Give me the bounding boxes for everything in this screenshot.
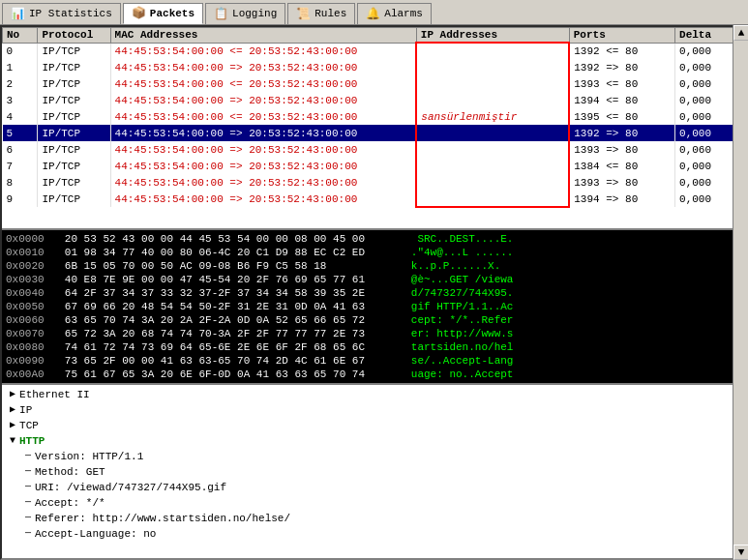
hex-ascii: ."4w@...L ...... <box>411 246 514 259</box>
proto-tree-item[interactable]: ▼HTTP <box>6 433 742 449</box>
proto-expander[interactable]: ─ <box>25 495 31 511</box>
tab-logging[interactable]: 📋 Logging <box>205 3 285 24</box>
cell-ip <box>416 43 569 59</box>
hex-ascii: gif HTTP/1.1..Ac <box>411 300 514 313</box>
ip-statistics-icon: 📊 <box>11 7 25 21</box>
cell-protocol: IP/TCP <box>38 92 110 108</box>
hex-line: 0x0060 63 65 70 74 3A 20 2A 2F-2A 0D 0A … <box>6 313 742 327</box>
cell-ports: 1393 => 80 <box>569 174 674 191</box>
proto-expander[interactable]: ▶ <box>10 402 15 418</box>
proto-tree-item[interactable]: ▶Ethernet II <box>6 387 742 402</box>
proto-tree-item[interactable]: ▶IP <box>6 402 742 418</box>
table-row[interactable]: 3IP/TCP44:45:53:54:00:00 => 20:53:52:43:… <box>3 92 746 108</box>
table-row[interactable]: 4IP/TCP44:45:53:54:00:00 <= 20:53:52:43:… <box>3 108 746 125</box>
hex-ascii: tartsiden.no/hel <box>411 340 514 354</box>
cell-ip: sansürlenmiştir <box>416 108 569 125</box>
table-row[interactable]: 0IP/TCP44:45:53:54:00:00 <= 20:53:52:43:… <box>3 43 746 59</box>
tab-ip-statistics[interactable]: 📊 IP Statistics <box>2 3 121 24</box>
proto-expander[interactable]: ─ <box>25 449 31 464</box>
tab-rules-label: Rules <box>314 8 346 19</box>
protocol-tree-area: ▶Ethernet II▶IP▶TCP▼HTTP─Version: HTTP/1… <box>2 385 746 558</box>
proto-expander[interactable]: ─ <box>25 526 31 542</box>
col-ports: Ports <box>569 28 674 44</box>
table-row[interactable]: 5IP/TCP44:45:53:54:00:00 => 20:53:52:43:… <box>3 125 746 141</box>
cell-ports: 1394 => 80 <box>569 191 674 207</box>
proto-expander[interactable]: ▶ <box>10 418 15 433</box>
proto-label: URI: /viewad/747327/744X95.gif <box>35 480 226 495</box>
cell-protocol: IP/TCP <box>38 174 110 191</box>
proto-label: Referer: http://www.startsiden.no/helse/ <box>35 511 290 526</box>
proto-tree-item[interactable]: ─Accept: */* <box>6 495 742 511</box>
packet-table-area: No Protocol MAC Addresses IP Addresses P… <box>2 27 746 230</box>
proto-tree-item[interactable]: ─Method: GET <box>6 464 742 480</box>
alarms-icon: 🔔 <box>366 7 380 21</box>
table-row[interactable]: 9IP/TCP44:45:53:54:00:00 => 20:53:52:43:… <box>3 191 746 207</box>
proto-tree-item[interactable]: ─Version: HTTP/1.1 <box>6 449 742 464</box>
proto-tree-item[interactable]: ▶TCP <box>6 418 742 433</box>
cell-mac: 44:45:53:54:00:00 => 20:53:52:43:00:00 <box>110 92 416 108</box>
cell-ip <box>416 174 569 191</box>
proto-label: Version: HTTP/1.1 <box>35 449 143 464</box>
cell-ports: 1392 <= 80 <box>569 43 674 59</box>
table-row[interactable]: 6IP/TCP44:45:53:54:00:00 => 20:53:52:43:… <box>3 141 746 158</box>
hex-offset: 0x0060 <box>6 313 57 327</box>
table-row[interactable]: 8IP/TCP44:45:53:54:00:00 => 20:53:52:43:… <box>3 174 746 191</box>
cell-mac: 44:45:53:54:00:00 => 20:53:52:43:00:00 <box>110 174 416 191</box>
cell-no: 7 <box>3 158 38 174</box>
cell-no: 5 <box>3 125 38 141</box>
cell-ip <box>416 141 569 158</box>
cell-ip <box>416 191 569 207</box>
proto-tree-item[interactable]: ─Referer: http://www.startsiden.no/helse… <box>6 511 742 526</box>
scrollbar[interactable]: ▲ ▼ <box>733 25 748 560</box>
cell-no: 0 <box>3 43 38 59</box>
cell-no: 9 <box>3 191 38 207</box>
cell-protocol: IP/TCP <box>38 141 110 158</box>
hex-ascii: SRC..DEST....E. <box>411 232 514 246</box>
proto-label: IP <box>19 402 32 418</box>
cell-mac: 44:45:53:54:00:00 => 20:53:52:43:00:00 <box>110 141 416 158</box>
table-row[interactable]: 2IP/TCP44:45:53:54:00:00 <= 20:53:52:43:… <box>3 75 746 92</box>
cell-ports: 1395 <= 80 <box>569 108 674 125</box>
cell-mac: 44:45:53:54:00:00 => 20:53:52:43:00:00 <box>110 191 416 207</box>
hex-offset: 0x0020 <box>6 259 57 273</box>
proto-expander[interactable]: ─ <box>25 511 31 526</box>
app-window: 📊 IP Statistics 📦 Packets 📋 Logging 📜 Ru… <box>0 0 748 560</box>
hex-line: 0x0040 64 2F 37 34 37 33 32 37-2F 37 34 … <box>6 286 742 300</box>
proto-expander[interactable]: ─ <box>25 464 31 480</box>
cell-ports: 1384 <= 80 <box>569 158 674 174</box>
hex-offset: 0x0070 <box>6 327 57 340</box>
tab-packets-label: Packets <box>150 8 194 19</box>
proto-expander[interactable]: ▶ <box>10 387 15 402</box>
table-row[interactable]: 7IP/TCP44:45:53:54:00:00 => 20:53:52:43:… <box>3 158 746 174</box>
proto-tree-item[interactable]: ─URI: /viewad/747327/744X95.gif <box>6 480 742 495</box>
proto-expander[interactable]: ─ <box>25 480 31 495</box>
proto-tree-item[interactable]: ─Accept-Language: no <box>6 526 742 542</box>
hex-bytes: 67 69 66 20 48 54 54 50-2F 31 2E 31 0D 0… <box>65 300 404 313</box>
hex-bytes: 75 61 67 65 3A 20 6E 6F-0D 0A 41 63 63 6… <box>65 368 404 381</box>
hex-ascii: er: http://www.s <box>411 327 514 340</box>
proto-expander[interactable]: ▼ <box>10 433 15 449</box>
tab-rules[interactable]: 📜 Rules <box>287 3 355 24</box>
scroll-up-button[interactable]: ▲ <box>733 25 748 41</box>
cell-no: 2 <box>3 75 38 92</box>
hex-dump-area: 0x0000 20 53 52 43 00 00 44 45 53 54 00 … <box>2 230 746 385</box>
table-row[interactable]: 1IP/TCP44:45:53:54:00:00 => 20:53:52:43:… <box>3 59 746 75</box>
cell-mac: 44:45:53:54:00:00 <= 20:53:52:43:00:00 <box>110 43 416 59</box>
scroll-down-button[interactable]: ▼ <box>733 545 748 560</box>
cell-mac: 44:45:53:54:00:00 => 20:53:52:43:00:00 <box>110 158 416 174</box>
cell-mac: 44:45:53:54:00:00 => 20:53:52:43:00:00 <box>110 125 416 141</box>
hex-line: 0x0010 01 98 34 77 40 00 80 06-4C 20 C1 … <box>6 246 742 259</box>
cell-ip <box>416 75 569 92</box>
col-mac: MAC Addresses <box>110 28 416 44</box>
tab-packets[interactable]: 📦 Packets <box>123 3 203 24</box>
cell-no: 8 <box>3 174 38 191</box>
cell-ports: 1394 <= 80 <box>569 92 674 108</box>
cell-no: 6 <box>3 141 38 158</box>
tab-bar: 📊 IP Statistics 📦 Packets 📋 Logging 📜 Ru… <box>0 0 748 25</box>
hex-bytes: 73 65 2F 00 00 41 63 63-65 70 74 2D 4C 6… <box>65 354 404 368</box>
tab-alarms[interactable]: 🔔 Alarms <box>357 3 432 24</box>
cell-ports: 1392 => 80 <box>569 59 674 75</box>
cell-no: 3 <box>3 92 38 108</box>
col-protocol: Protocol <box>38 28 110 44</box>
packets-icon: 📦 <box>132 6 146 20</box>
